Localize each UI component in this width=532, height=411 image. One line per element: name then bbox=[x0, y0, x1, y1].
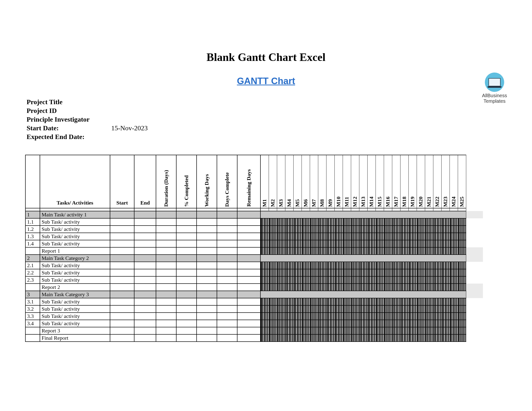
cell-task: Sub Task/ activity bbox=[40, 269, 110, 276]
cell-wbs: 2.3 bbox=[25, 276, 40, 284]
col-working-header: Working Days bbox=[197, 155, 217, 208]
cell-remaining bbox=[237, 276, 260, 284]
cell-pct bbox=[176, 262, 197, 269]
timeline-cell bbox=[260, 320, 466, 327]
cell-remaining bbox=[237, 269, 260, 276]
cell-pct bbox=[176, 276, 197, 284]
cell-start bbox=[110, 334, 134, 342]
gantt-table: Tasks/ Activities Start End Duration (Da… bbox=[25, 155, 483, 342]
spacer-cell bbox=[351, 208, 359, 211]
col-month-header: M25 bbox=[458, 155, 466, 208]
cell-working bbox=[197, 320, 217, 327]
timeline-cell bbox=[260, 247, 466, 255]
month-label: M24 bbox=[450, 196, 457, 208]
cell-wbs bbox=[25, 327, 40, 334]
month-label: M3 bbox=[278, 198, 284, 208]
allbusiness-templates-logo: AllBusiness Templates bbox=[474, 73, 515, 104]
spacer-cell bbox=[343, 208, 351, 211]
cell-working bbox=[197, 305, 217, 313]
cell-task: Sub Task/ activity bbox=[40, 240, 110, 247]
gantt-chart-link[interactable]: GANTT Chart bbox=[237, 76, 295, 86]
cell-wbs: 3.4 bbox=[25, 320, 40, 327]
col-month-header: M23 bbox=[441, 155, 449, 208]
row-tail-extension bbox=[466, 284, 483, 291]
cell-remaining bbox=[237, 262, 260, 269]
cell-pct bbox=[176, 291, 197, 298]
cell-end bbox=[134, 276, 156, 284]
table-row bbox=[25, 208, 483, 211]
spacer-cell bbox=[293, 208, 302, 211]
month-label: M5 bbox=[294, 198, 301, 208]
cell-duration bbox=[156, 247, 176, 255]
cell-duration bbox=[156, 218, 176, 225]
spacer-cell bbox=[376, 208, 384, 211]
col-start-header: Start bbox=[110, 155, 134, 208]
cell-pct bbox=[176, 255, 197, 262]
month-label: M23 bbox=[442, 196, 449, 208]
cell-task: Sub Task/ activity bbox=[40, 298, 110, 305]
cell-task: Sub Task/ activity bbox=[40, 262, 110, 269]
cell-end bbox=[134, 327, 156, 334]
cell-end bbox=[134, 225, 156, 233]
logo-text-line2: Templates bbox=[474, 98, 515, 104]
cell-start bbox=[110, 327, 134, 334]
cell-remaining bbox=[237, 284, 260, 291]
table-row: Report 2 bbox=[25, 284, 483, 291]
cell-start bbox=[110, 262, 134, 269]
cell-task: Report 2 bbox=[40, 284, 110, 291]
gantt-header-row: Tasks/ Activities Start End Duration (Da… bbox=[25, 155, 483, 208]
cell-start bbox=[110, 225, 134, 233]
cell-start bbox=[110, 269, 134, 276]
cell-complete bbox=[217, 240, 237, 247]
cell-end bbox=[134, 334, 156, 342]
col-remaining-header: Remaining Days bbox=[237, 155, 260, 208]
cell-task: Final Report bbox=[40, 334, 110, 342]
cell-complete bbox=[217, 218, 237, 225]
gantt-body: 1Main Task/ activity 11.1Sub Task/ activ… bbox=[25, 208, 483, 342]
table-row: 1.2Sub Task/ activity bbox=[25, 225, 483, 233]
col-month-header: M13 bbox=[359, 155, 367, 208]
cell-complete bbox=[217, 225, 237, 233]
month-label: M16 bbox=[385, 196, 391, 208]
month-label: M4 bbox=[286, 198, 292, 208]
table-row: 2.3Sub Task/ activity bbox=[25, 276, 483, 284]
spacer-cell bbox=[310, 208, 318, 211]
table-row: 3Main Task Category 3 bbox=[25, 291, 483, 298]
timeline-cell bbox=[260, 255, 466, 262]
spacer-cell bbox=[176, 208, 197, 211]
col-month-header: M14 bbox=[367, 155, 376, 208]
cell-complete bbox=[217, 255, 237, 262]
spacer-cell bbox=[359, 208, 367, 211]
month-label: M8 bbox=[319, 198, 325, 208]
gantt-link-wrapper: GANTT Chart bbox=[24, 76, 508, 86]
timeline-cell bbox=[260, 305, 466, 313]
cell-start bbox=[110, 313, 134, 320]
cell-complete bbox=[217, 298, 237, 305]
meta-pi-label: Principle Investigator bbox=[27, 116, 111, 123]
meta-project-id-label: Project ID bbox=[27, 107, 111, 115]
table-row: 1.1Sub Task/ activity bbox=[25, 218, 483, 225]
col-pct-header: % Completed bbox=[176, 155, 197, 208]
cell-pct bbox=[176, 269, 197, 276]
month-label: M14 bbox=[368, 196, 375, 208]
col-month-header: M22 bbox=[433, 155, 441, 208]
cell-wbs: 3.3 bbox=[25, 313, 40, 320]
cell-duration bbox=[156, 298, 176, 305]
cell-pct bbox=[176, 334, 197, 342]
row-tail-extension bbox=[466, 291, 483, 298]
col-month-header: M16 bbox=[384, 155, 392, 208]
spacer-cell bbox=[408, 208, 417, 211]
month-label: M1 bbox=[261, 198, 268, 208]
cell-remaining bbox=[237, 334, 260, 342]
cell-working bbox=[197, 218, 217, 225]
row-tail-extension bbox=[466, 255, 483, 262]
cell-end bbox=[134, 240, 156, 247]
logo-text-line1: AllBusiness bbox=[474, 93, 515, 98]
month-label: M11 bbox=[344, 196, 350, 208]
month-label: M17 bbox=[393, 196, 399, 208]
cell-task: Report 3 bbox=[40, 327, 110, 334]
cell-remaining bbox=[237, 305, 260, 313]
cell-working bbox=[197, 233, 217, 240]
cell-pct bbox=[176, 211, 197, 218]
cell-working bbox=[197, 313, 217, 320]
